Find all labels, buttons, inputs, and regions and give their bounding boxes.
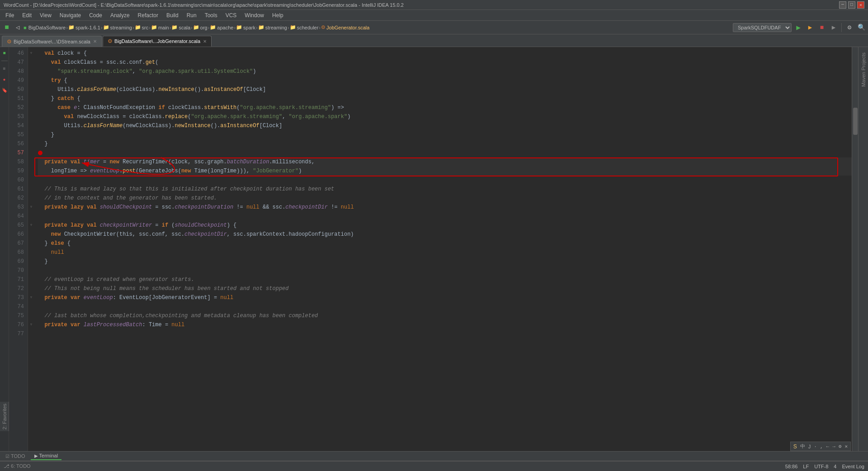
fold-73[interactable]: ▿ [28, 293, 34, 302]
breadcrumb-bigdatasoftware[interactable]: ■ BigDataSoftware [24, 25, 66, 30]
breadcrumb-sep-9: › [256, 25, 258, 30]
breadcrumb-streaming-folder[interactable]: 📁 streaming [103, 24, 132, 30]
title-bar-controls: ─ □ ✕ [839, 1, 864, 9]
toolbar-breadcrumb: ■ BigDataSoftware › 📁 spark-1.6.1 › 📁 st… [24, 24, 369, 30]
breadcrumb-sep-1: › [66, 25, 68, 30]
tab-todo[interactable]: ☑ TODO [2, 452, 29, 460]
breadcrumb-spark2[interactable]: 📁 spark [236, 24, 255, 30]
ime-arrow2[interactable]: → [831, 443, 837, 450]
fold-64 [28, 212, 34, 221]
toolbar-back-icon[interactable]: ◁ [13, 23, 23, 33]
menu-view[interactable]: View [36, 11, 55, 19]
structure-icon[interactable]: ≡ [1, 66, 8, 72]
run-config-dropdown[interactable]: SparkSQLDFUDAF [733, 23, 792, 32]
menu-vcs[interactable]: VCS [222, 11, 241, 19]
ime-dot[interactable]: · [812, 443, 818, 450]
menu-refactor[interactable]: Refactor [134, 11, 162, 19]
fold-46[interactable]: ▿ [28, 49, 34, 58]
breadcrumb-scheduler[interactable]: 📁 scheduler [290, 24, 319, 30]
fold-74 [28, 302, 34, 311]
menu-file[interactable]: File [2, 11, 18, 19]
breadcrumb-spark[interactable]: 📁 spark-1.6.1 [68, 24, 100, 30]
ime-ch[interactable]: 中 [799, 442, 807, 450]
line-numbers: 46 47 48 49 50 51 52 53 54 55 56 57 58 5… [9, 47, 28, 451]
fold-63[interactable]: ▿ [28, 203, 34, 212]
breadcrumb-src[interactable]: 📁 src [135, 24, 149, 30]
line-56: 56 [9, 139, 28, 148]
tab-terminal[interactable]: ▶ Terminal [31, 452, 62, 460]
fold-65[interactable]: ▿ [28, 221, 34, 230]
breadcrumb-sep-5: › [170, 25, 171, 30]
code-line-52: case e: ClassNotFoundException if clockC… [38, 103, 852, 112]
line-67: 67 [9, 239, 28, 248]
minimize-button[interactable]: ─ [839, 1, 846, 9]
close-button[interactable]: ✕ [857, 1, 864, 9]
favorites-label[interactable]: 2: Favorites [2, 404, 7, 429]
ime-chinese[interactable]: S [792, 443, 798, 450]
status-encoding: UTF-8 [814, 464, 828, 469]
line-73: 73 [9, 293, 28, 302]
status-event-log[interactable]: Event Log [842, 464, 864, 469]
title-text: WordCount - [D:\IdeaProjects\WordCount] … [4, 2, 404, 8]
breadcrumb-jobgenerator[interactable]: ⚙ JobGenerator.scala [321, 24, 369, 30]
menu-run[interactable]: Run [183, 11, 200, 19]
scroll-thumb[interactable] [853, 108, 858, 135]
breadcrumb-scala-folder[interactable]: 📁 scala [171, 24, 190, 30]
stop-button[interactable]: ■ [817, 23, 827, 33]
code-line-59: longTime => eventLoop.post(GenerateJobs(… [38, 167, 852, 176]
fold-61 [28, 185, 34, 194]
breadcrumb-sep-4: › [149, 25, 151, 30]
settings-button[interactable]: ⚙ [844, 23, 854, 33]
ime-arrow1[interactable]: ← [825, 443, 831, 450]
project-tool-icon[interactable]: ■ [1, 50, 8, 56]
breadcrumb-apache[interactable]: 📁 apache [210, 24, 233, 30]
fold-76[interactable]: ▿ [28, 320, 34, 329]
menu-navigate[interactable]: Navigate [56, 11, 85, 19]
code-editor[interactable]: val clock = { val clockClass = ssc.sc.co… [34, 47, 852, 451]
ime-close2[interactable]: ✕ [843, 443, 849, 450]
menu-tools[interactable]: Tools [201, 11, 221, 19]
ime-comma[interactable]: , [819, 443, 825, 450]
menu-window[interactable]: Window [241, 11, 268, 19]
code-line-60 [38, 176, 852, 185]
menu-code[interactable]: Code [85, 11, 106, 19]
menu-build[interactable]: Build [163, 11, 182, 19]
menu-edit[interactable]: Edit [19, 11, 35, 19]
debug-button[interactable]: ▶ [805, 23, 815, 33]
line-48: 48 [9, 67, 28, 76]
menu-help[interactable]: Help [269, 11, 287, 19]
code-line-72: // This not being null means the schedul… [38, 284, 852, 293]
main-area: ■ ≡ ● 🔖 46 47 48 49 50 51 52 53 54 55 56… [0, 47, 868, 451]
code-line-54: Utils.classForName(newClockClass).newIns… [38, 121, 852, 130]
menu-analyze[interactable]: Analyze [107, 11, 133, 19]
code-line-51: } catch { [38, 94, 852, 103]
search-everywhere-button[interactable]: 🔍 [856, 23, 866, 33]
breakpoints-icon[interactable]: ● [1, 76, 8, 83]
bookmark-icon[interactable]: 🔖 [1, 87, 8, 94]
fold-49 [28, 76, 34, 85]
breadcrumb-org[interactable]: 📁 org [193, 24, 208, 30]
tab-dstream[interactable]: ⚙ BigDataSoftware\...\DStream.scala ✕ [2, 36, 102, 47]
maximize-button[interactable]: □ [848, 1, 855, 9]
breadcrumb-streaming2[interactable]: 📁 streaming [258, 24, 287, 30]
code-line-69: } [38, 257, 852, 266]
right-scrollbar[interactable] [852, 47, 858, 451]
ime-settings2[interactable]: ⚙ [837, 443, 843, 450]
tab-jobgenerator[interactable]: ⚙ BigDataSoftware\...JobGenerator.scala … [103, 36, 212, 47]
line-58: 58 [9, 157, 28, 167]
line-66: 66 [9, 230, 28, 239]
breadcrumb-sep-10: › [288, 25, 289, 30]
breadcrumb-main[interactable]: 📁 main [151, 24, 169, 30]
tab-dstream-close[interactable]: ✕ [93, 39, 97, 44]
tab-jobgenerator-close[interactable]: ✕ [203, 39, 207, 44]
coverage-button[interactable]: ▶ [829, 23, 839, 33]
run-button[interactable]: ▶ [793, 23, 803, 33]
line-65: 65 [9, 221, 28, 230]
toolbar-project-icon[interactable]: ■ [2, 23, 12, 33]
maven-projects-label[interactable]: Maven Projects [860, 49, 867, 90]
fold-52 [28, 103, 34, 112]
code-line-73: private var eventLoop: EventLoop[JobGene… [38, 293, 852, 302]
fold-68 [28, 248, 34, 257]
ime-j[interactable]: J [807, 443, 812, 450]
toolbar-right: SparkSQLDFUDAF ▶ ▶ ■ ▶ ⚙ 🔍 [733, 23, 866, 33]
